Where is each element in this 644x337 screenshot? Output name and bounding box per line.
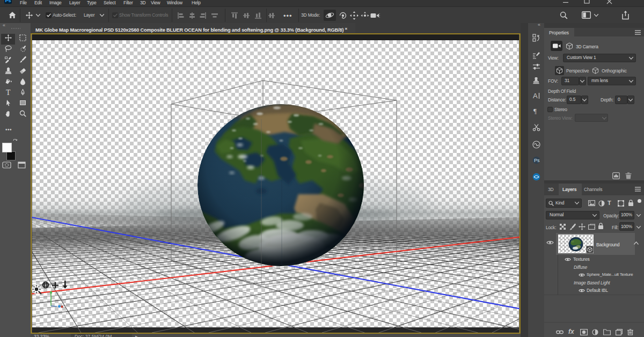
svg-text:A: A [533,92,538,100]
svg-text:T: T [6,89,11,96]
svg-text:¶: ¶ [533,107,537,115]
svg-text:Ps: Ps [534,158,540,163]
